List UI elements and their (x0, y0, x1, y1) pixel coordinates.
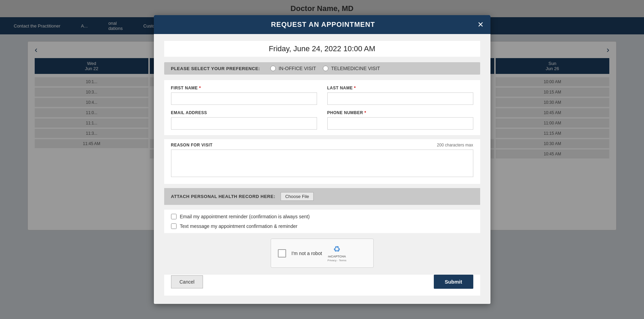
reason-label: REASON FOR VISIT (171, 143, 213, 147)
appointment-date: Friday, June 24, 2022 10:00 AM (164, 41, 480, 57)
char-limit: 200 characters max (437, 143, 473, 147)
email-label: EMAIL ADDRESS (171, 110, 317, 115)
submit-button[interactable]: Submit (434, 275, 473, 289)
in-office-option[interactable]: IN-OFFICE VISIT (270, 66, 316, 71)
phone-label: PHONE NUMBER * (327, 110, 473, 115)
attach-label: ATTACH PERSONAL HEALTH RECORD HERE: (171, 194, 275, 199)
in-office-label: IN-OFFICE VISIT (279, 66, 316, 71)
modal-header: REQUEST AN APPOINTMENT ✕ (154, 15, 490, 34)
last-name-required: * (354, 86, 356, 90)
modal-body: Friday, June 24, 2022 10:00 AM PLEASE SE… (154, 34, 490, 304)
first-name-input[interactable] (171, 92, 317, 105)
text-reminder-checkbox[interactable] (171, 223, 177, 229)
recaptcha-logo: ♻ reCAPTCHA Privacy - Terms (328, 244, 347, 262)
email-reminder-label: Email my appointment reminder (confirmat… (180, 214, 310, 219)
first-name-field: FIRST NAME * (171, 86, 317, 105)
recaptcha-links: Privacy - Terms (328, 259, 347, 262)
text-reminder-row[interactable]: Text message my appointment confirmation… (171, 223, 473, 229)
first-name-label: FIRST NAME * (171, 86, 317, 90)
in-office-radio[interactable] (270, 66, 276, 71)
modal-close-button[interactable]: ✕ (477, 21, 484, 29)
checkboxes-section: Email my appointment reminder (confirmat… (164, 210, 480, 233)
recaptcha-box[interactable]: I'm not a robot ♻ reCAPTCHA Privacy - Te… (271, 239, 374, 268)
recaptcha-section: I'm not a robot ♻ reCAPTCHA Privacy - Te… (164, 239, 480, 268)
recaptcha-icon: ♻ (333, 244, 341, 254)
reason-section: REASON FOR VISIT 200 characters max (164, 139, 480, 184)
choose-file-button[interactable]: Choose File (281, 192, 313, 201)
modal-title: REQUEST AN APPOINTMENT (169, 21, 477, 29)
reason-textarea[interactable] (171, 150, 473, 177)
first-name-required: * (199, 86, 201, 90)
recaptcha-brand: reCAPTCHA (328, 255, 346, 258)
form-grid: FIRST NAME * LAST NAME * EMAIL ADDRESS P… (164, 80, 480, 135)
phone-field: PHONE NUMBER * (327, 110, 473, 130)
recaptcha-checkbox[interactable] (278, 249, 286, 257)
last-name-input[interactable] (327, 92, 473, 105)
preference-bar: PLEASE SELECT YOUR PREFERENCE: IN-OFFICE… (164, 62, 480, 75)
telemedicine-label: TELEMEDICINE VISIT (331, 66, 380, 71)
email-reminder-row[interactable]: Email my appointment reminder (confirmat… (171, 214, 473, 219)
attach-bar: ATTACH PERSONAL HEALTH RECORD HERE: Choo… (164, 188, 480, 205)
preference-label: PLEASE SELECT YOUR PREFERENCE: (171, 66, 260, 71)
email-input[interactable] (171, 117, 317, 130)
last-name-label: LAST NAME * (327, 86, 473, 90)
reason-header: REASON FOR VISIT 200 characters max (171, 143, 473, 147)
telemedicine-radio[interactable] (323, 66, 328, 71)
modal-footer: Cancel Submit (164, 275, 480, 296)
email-reminder-checkbox[interactable] (171, 214, 177, 219)
telemedicine-option[interactable]: TELEMEDICINE VISIT (323, 66, 380, 71)
last-name-field: LAST NAME * (327, 86, 473, 105)
email-field: EMAIL ADDRESS (171, 110, 317, 130)
appointment-modal: REQUEST AN APPOINTMENT ✕ Friday, June 24… (154, 15, 490, 304)
recaptcha-text: I'm not a robot (292, 251, 322, 256)
phone-input[interactable] (327, 117, 473, 130)
phone-required: * (364, 110, 366, 115)
cancel-button[interactable]: Cancel (171, 275, 203, 288)
text-reminder-label: Text message my appointment confirmation… (180, 223, 297, 229)
